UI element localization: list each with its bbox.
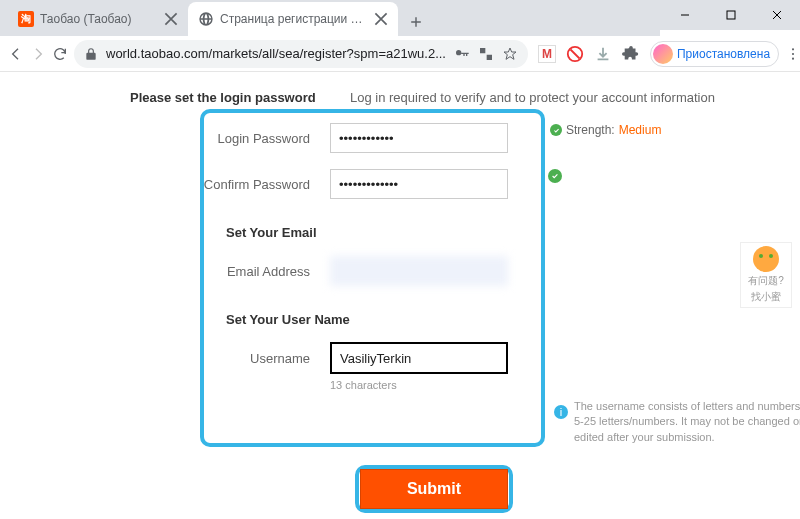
svg-rect-0: [727, 11, 735, 19]
help-widget[interactable]: 有问题? 找小蜜: [740, 242, 792, 308]
svg-point-3: [792, 52, 794, 54]
svg-text:i: i: [560, 406, 563, 418]
page-content: Please set the login password Log in req…: [0, 72, 800, 519]
row-confirm-password: Confirm Password: [130, 161, 800, 207]
tab-title: Таобао (Таобао): [40, 12, 158, 26]
profile-status: Приостановлена: [677, 47, 770, 61]
heading-email: Set Your Email: [130, 207, 800, 248]
gmail-icon[interactable]: M: [538, 45, 556, 63]
close-icon[interactable]: [164, 12, 178, 26]
help-line1: 有问题?: [748, 274, 784, 288]
translate-icon[interactable]: [478, 46, 494, 62]
address-bar[interactable]: world.taobao.com/markets/all/sea/registe…: [74, 40, 528, 68]
window-minimize-button[interactable]: [662, 0, 708, 30]
password-strength: Strength: Medium: [550, 123, 661, 137]
globe-favicon-icon: [198, 11, 214, 27]
svg-point-4: [792, 57, 794, 59]
assistant-face-icon: [753, 246, 779, 272]
new-tab-button[interactable]: [402, 8, 430, 36]
email-input[interactable]: [330, 256, 508, 286]
section-title: Please set the login password: [130, 90, 350, 105]
tab-title: Страница регистрации зарубеж: [220, 12, 368, 26]
help-line2: 找小蜜: [751, 290, 781, 304]
key-icon[interactable]: [454, 46, 470, 62]
username-input[interactable]: [330, 342, 508, 374]
avatar-icon: [653, 44, 673, 64]
login-password-input[interactable]: [330, 123, 508, 153]
window-titlebar: [660, 0, 800, 30]
download-icon[interactable]: [594, 45, 612, 63]
close-icon[interactable]: [374, 12, 388, 26]
username-hint: 13 characters: [130, 379, 800, 391]
window-maximize-button[interactable]: [708, 0, 754, 30]
nav-reload-button[interactable]: [52, 40, 68, 68]
url-text: world.taobao.com/markets/all/sea/registe…: [106, 46, 446, 61]
section-header: Please set the login password Log in req…: [0, 72, 800, 115]
username-info-text: The username consists of letters and num…: [574, 399, 800, 445]
label-username: Username: [130, 351, 330, 366]
browser-menu-button[interactable]: [785, 40, 800, 68]
info-icon: i: [554, 405, 568, 419]
row-email: Email Address: [130, 248, 800, 294]
browser-tab-register[interactable]: Страница регистрации зарубеж: [188, 2, 398, 36]
browser-tabstrip: 淘 Таобао (Таобао) Страница регистрации з…: [0, 0, 660, 36]
profile-chip[interactable]: Приостановлена: [650, 41, 779, 67]
browser-toolbar: world.taobao.com/markets/all/sea/registe…: [0, 36, 800, 72]
strength-value: Medium: [619, 123, 662, 137]
label-email: Email Address: [130, 264, 330, 279]
row-username: Username: [130, 335, 800, 381]
strength-label: Strength:: [566, 123, 615, 137]
extension-icons: M: [534, 45, 644, 63]
label-login-password: Login Password: [130, 131, 330, 146]
submit-button[interactable]: Submit: [360, 469, 508, 509]
lock-icon: [84, 47, 98, 61]
check-icon: [548, 169, 562, 183]
adblock-icon[interactable]: [566, 45, 584, 63]
confirm-password-input[interactable]: [330, 169, 508, 199]
nav-back-button[interactable]: [8, 40, 24, 68]
svg-point-2: [792, 48, 794, 50]
taobao-favicon-icon: 淘: [18, 11, 34, 27]
registration-form: Strength: Medium Login Password Confirm …: [130, 115, 800, 391]
window-close-button[interactable]: [754, 0, 800, 30]
extensions-icon[interactable]: [622, 45, 640, 63]
section-desc: Log in required to verify and to protect…: [350, 90, 715, 105]
browser-tab-taobao[interactable]: 淘 Таобао (Таобао): [8, 2, 188, 36]
nav-forward-button[interactable]: [30, 40, 46, 68]
row-login-password: Login Password: [130, 115, 800, 161]
label-confirm-password: Confirm Password: [130, 177, 330, 192]
star-icon[interactable]: [502, 46, 518, 62]
heading-username: Set Your User Name: [130, 294, 800, 335]
